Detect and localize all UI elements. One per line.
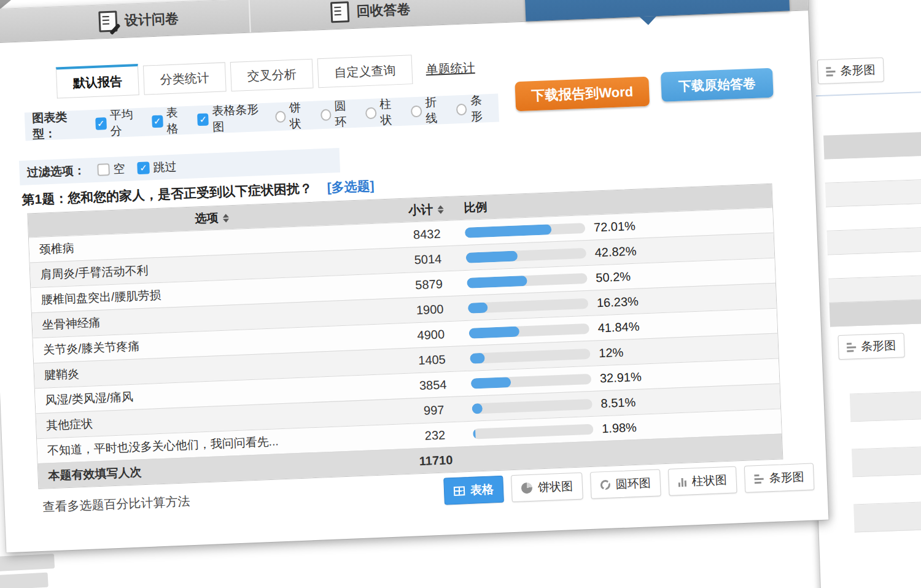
view-pie-button[interactable]: 饼状图 — [511, 473, 583, 503]
tab-category-stats[interactable]: 分类统计 — [143, 62, 227, 95]
ratio-header-label: 比例 — [464, 199, 488, 216]
ratio-bar-track — [465, 248, 586, 263]
percent-label: 50.2% — [596, 269, 631, 285]
view-bar-button-label: 条形图 — [861, 338, 896, 355]
tab-analyze-download[interactable] — [523, 0, 790, 21]
checkbox-average-label: 平均分 — [109, 106, 142, 139]
radio-icon[interactable] — [320, 109, 331, 121]
radio-ring-label: 圆环 — [334, 98, 356, 130]
view-bar-button-bg-2[interactable]: 条形图 — [837, 333, 904, 360]
count-cell: 1405 — [401, 352, 463, 368]
stripe — [0, 554, 55, 571]
checkbox-table-bar[interactable]: 表格条形图 — [197, 101, 265, 136]
count-cell: 1900 — [399, 301, 461, 318]
view-table-button[interactable]: 表格 — [443, 476, 504, 505]
checkbox-icon[interactable] — [97, 163, 110, 176]
option-header-label: 选项 — [195, 211, 219, 225]
checkbox-skip[interactable]: 跳过 — [137, 159, 177, 177]
ratio-bar-fill — [467, 275, 527, 288]
question-title: 第1题：您和您的家人，是否正受到以下症状困扰？ — [21, 181, 313, 207]
view-bar-button[interactable]: 条形图 — [744, 463, 815, 492]
download-word-button[interactable]: 下载报告到Word — [515, 77, 650, 112]
background-table-stripes-2 — [849, 359, 921, 532]
sort-icon[interactable] — [437, 206, 444, 214]
tab-single-question-stats[interactable]: 单题统计 — [426, 53, 476, 83]
view-table-label: 表格 — [470, 481, 494, 498]
checkbox-icon[interactable] — [95, 117, 107, 130]
tab-default-report-label: 默认报告 — [72, 73, 122, 91]
radio-column[interactable]: 柱状 — [365, 96, 402, 129]
summary-ratio-cell — [467, 446, 782, 459]
count-header[interactable]: 小计 — [395, 200, 457, 219]
table-stripe — [849, 359, 921, 395]
checkbox-empty-label: 空 — [113, 161, 125, 177]
tab-single-question-stats-label: 单题统计 — [426, 60, 475, 78]
sort-icon[interactable] — [222, 214, 229, 222]
document-icon — [330, 1, 349, 23]
ratio-bar-fill — [468, 302, 488, 313]
count-cell: 8432 — [396, 226, 458, 242]
view-ring-label: 圆环图 — [615, 475, 651, 492]
tab-default-report[interactable]: 默认报告 — [56, 64, 139, 98]
radio-line[interactable]: 折线 — [410, 94, 446, 127]
tab-collect-responses[interactable]: 回收答卷 — [284, 0, 457, 31]
tab-design-survey[interactable]: 设计问卷 — [46, 0, 231, 41]
tab-collect-responses-label: 回收答卷 — [356, 0, 411, 21]
radio-line-label: 折线 — [425, 94, 447, 126]
percent-label: 42.82% — [594, 244, 637, 260]
radio-pie-label: 饼状 — [289, 99, 311, 132]
table-stripe — [823, 128, 921, 160]
ratio-bar-fill — [465, 250, 518, 263]
column-chart-icon — [678, 477, 686, 487]
ratio-bar-track — [467, 273, 588, 288]
ratio-bar-fill — [473, 428, 476, 439]
question-type-link[interactable]: [多选题] — [327, 179, 375, 195]
checkbox-average[interactable]: 平均分 — [95, 106, 142, 140]
ratio-bar-track — [468, 323, 589, 338]
download-word-label: 下载报告到Word — [531, 83, 634, 106]
count-cell: 997 — [403, 402, 465, 419]
checkbox-table[interactable]: 表格 — [151, 104, 188, 137]
tab-custom-query[interactable]: 自定义查询 — [317, 55, 413, 88]
divider — [816, 90, 921, 96]
ratio-bar-track — [473, 424, 594, 439]
radio-ring[interactable]: 圆环 — [320, 98, 356, 131]
percent-label: 12% — [599, 345, 624, 360]
percent-label: 1.98% — [602, 420, 637, 435]
top-tab-bar: 设计问卷 回收答卷 — [0, 0, 808, 44]
percent-method-link[interactable]: 查看多选题百分比计算方法 — [42, 493, 190, 516]
table-body: 颈椎病 8432 72.01% 肩周炎/手臂活动不利 5014 42.82% 腰… — [29, 207, 782, 463]
radio-bar[interactable]: 条形 — [456, 92, 492, 125]
percent-label: 72.01% — [594, 219, 636, 234]
ratio-bar-fill — [468, 326, 519, 338]
view-bar-label: 条形图 — [769, 469, 804, 486]
bar-chart-icon — [847, 342, 857, 352]
checkbox-table-label: 表格 — [166, 104, 188, 137]
percent-label: 32.91% — [599, 369, 642, 385]
percent-label: 16.23% — [596, 294, 639, 310]
radio-icon[interactable] — [456, 103, 467, 115]
ratio-bar-track — [465, 223, 586, 238]
filter-label: 过滤选项： — [26, 163, 85, 181]
edit-document-icon — [98, 10, 117, 32]
summary-count: 11710 — [405, 452, 467, 469]
pie-chart-icon — [521, 482, 533, 494]
count-cell: 3854 — [402, 377, 464, 393]
radio-column-label: 柱状 — [379, 96, 402, 128]
radio-icon[interactable] — [411, 105, 422, 117]
view-column-button[interactable]: 柱状图 — [668, 466, 737, 495]
checkbox-empty[interactable]: 空 — [97, 161, 125, 178]
view-pie-label: 饼状图 — [537, 478, 573, 495]
checkbox-icon[interactable] — [198, 114, 209, 126]
checkbox-icon[interactable] — [152, 115, 163, 128]
tab-cross-analysis[interactable]: 交叉分析 — [230, 59, 314, 91]
radio-icon[interactable] — [275, 110, 286, 123]
download-raw-button[interactable]: 下载原始答卷 — [661, 68, 774, 102]
view-bar-button-bg[interactable]: 条形图 — [817, 57, 884, 84]
checkbox-icon[interactable] — [137, 161, 150, 174]
ratio-bar-track — [470, 348, 591, 363]
ratio-bar-fill — [465, 224, 552, 238]
radio-icon[interactable] — [365, 107, 376, 119]
view-ring-button[interactable]: 圆环图 — [590, 469, 661, 499]
radio-pie[interactable]: 饼状 — [274, 99, 311, 133]
